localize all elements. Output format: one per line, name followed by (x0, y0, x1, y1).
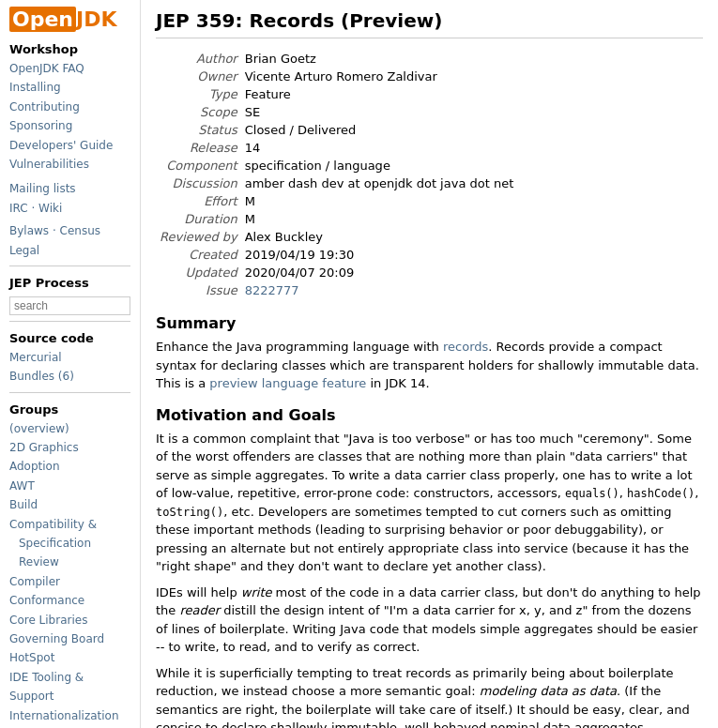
sidebar-link-mercurial[interactable]: Mercurial (9, 348, 130, 367)
meta-value-type: Feature (241, 85, 518, 103)
meta-label-owner: Owner (156, 68, 241, 85)
code-tostring: toString() (156, 506, 223, 519)
sidebar-link-build[interactable]: Build (9, 495, 130, 514)
meta-row-owner: Owner Vicente Arturo Romero Zaldivar (156, 68, 517, 85)
motivation-paragraph2: IDEs will help write most of the code in… (156, 584, 703, 657)
meta-row-issue: Issue 8222777 (156, 281, 517, 299)
meta-row-scope: Scope SE (156, 103, 517, 121)
motivation-title: Motivation and Goals (156, 406, 703, 424)
meta-value-owner: Vicente Arturo Romero Zaldivar (241, 68, 518, 85)
sidebar: OpenJDK Workshop OpenJDK FAQ Installing … (0, 0, 141, 728)
jep-process-title: JEP Process (9, 276, 130, 290)
meta-value-component: specification / language (241, 157, 518, 174)
meta-value-author: Brian Goetz (241, 50, 518, 68)
page-title: JEP 359: Records (Preview) (156, 9, 703, 38)
meta-label-status: Status (156, 121, 241, 139)
divider-2 (9, 321, 130, 322)
meta-label-discussion: Discussion (156, 174, 241, 192)
meta-row-component: Component specification / language (156, 157, 517, 174)
sidebar-link-core-libraries[interactable]: Core Libraries (9, 611, 130, 629)
meta-value-effort: M (241, 192, 518, 210)
meta-value-status: Closed / Delivered (241, 121, 518, 139)
meta-label-author: Author (156, 50, 241, 68)
sidebar-link-sponsoring[interactable]: Sponsoring (9, 116, 130, 135)
logo: OpenJDK (9, 8, 130, 31)
sidebar-link-conformance[interactable]: Conformance (9, 591, 130, 610)
meta-value-reviewed: Alex Buckley (241, 228, 518, 246)
sidebar-link-adoption[interactable]: Adoption (9, 457, 130, 476)
meta-row-discussion: Discussion amber dash dev at openjdk dot… (156, 174, 517, 192)
sidebar-link-awt[interactable]: AWT (9, 477, 130, 495)
sidebar-link-hotspot[interactable]: HotSpot (9, 648, 130, 667)
summary-text3: in JDK 14. (366, 376, 429, 390)
meta-value-scope: SE (241, 103, 518, 121)
sidebar-link-installing[interactable]: Installing (9, 78, 130, 97)
main-content: JEP 359: Records (Preview) Author Brian … (141, 0, 718, 728)
sidebar-link-mailinglists[interactable]: Mailing lists (9, 179, 130, 198)
meta-label-effort: Effort (156, 192, 241, 210)
sidebar-link-groups-overview[interactable]: (overview) (9, 419, 130, 438)
meta-value-release: 14 (241, 139, 518, 157)
search-input[interactable] (9, 296, 130, 315)
sidebar-link-ide-tooling[interactable]: IDE Tooling & Support (9, 668, 130, 706)
issue-link[interactable]: 8222777 (245, 283, 299, 297)
summary-text1: Enhance the Java programming language wi… (156, 340, 443, 354)
modeling-data-emphasis: modeling data as data (480, 684, 617, 698)
logo-open: Open (9, 7, 76, 32)
code-hashcode: hashCode() (627, 487, 695, 500)
meta-row-reviewed: Reviewed by Alex Buckley (156, 228, 517, 246)
sidebar-link-faq[interactable]: OpenJDK FAQ (9, 59, 130, 78)
write-emphasis: write (241, 585, 272, 599)
meta-row-release: Release 14 (156, 139, 517, 157)
meta-row-updated: Updated 2020/04/07 20:09 (156, 264, 517, 281)
sidebar-link-irc-wiki[interactable]: IRC · Wiki (9, 199, 130, 218)
sidebar-link-compiler[interactable]: Compiler (9, 572, 130, 591)
sidebar-link-bundles[interactable]: Bundles (6) (9, 367, 130, 386)
sidebar-link-devguide[interactable]: Developers' Guide (9, 136, 130, 155)
meta-value-created: 2019/04/19 19:30 (241, 246, 518, 264)
meta-value-duration: M (241, 210, 518, 228)
sidebar-link-i18n[interactable]: Internationalization (9, 706, 130, 725)
divider-3 (9, 392, 130, 393)
divider-1 (9, 265, 130, 266)
meta-value-discussion: amber dash dev at openjdk dot java dot n… (241, 174, 518, 192)
sidebar-link-governing-board[interactable]: Governing Board (9, 629, 130, 648)
reader-emphasis: reader (179, 603, 220, 617)
meta-label-type: Type (156, 85, 241, 103)
source-code-title: Source code (9, 331, 130, 345)
sidebar-link-legal[interactable]: Legal (9, 241, 130, 260)
sidebar-link-bylaws[interactable]: Bylaws · Census (9, 221, 130, 240)
workshop-section-title: Workshop (9, 42, 130, 56)
meta-label-issue: Issue (156, 281, 241, 299)
motivation-paragraph1: It is a common complaint that "Java is t… (156, 430, 703, 576)
sidebar-link-vulnerabilities[interactable]: Vulnerabilities (9, 155, 130, 174)
meta-value-updated: 2020/04/07 20:09 (241, 264, 518, 281)
meta-label-scope: Scope (156, 103, 241, 121)
meta-row-author: Author Brian Goetz (156, 50, 517, 68)
meta-row-type: Type Feature (156, 85, 517, 103)
meta-label-updated: Updated (156, 264, 241, 281)
meta-label-created: Created (156, 246, 241, 264)
sidebar-link-compatibility[interactable]: Compatibility & (9, 515, 130, 534)
sidebar-link-review[interactable]: Review (9, 553, 130, 571)
records-link[interactable]: records (443, 340, 488, 354)
meta-row-created: Created 2019/04/19 19:30 (156, 246, 517, 264)
meta-row-duration: Duration M (156, 210, 517, 228)
meta-label-component: Component (156, 157, 241, 174)
meta-row-effort: Effort M (156, 192, 517, 210)
preview-feature-link[interactable]: preview language feature (209, 376, 366, 390)
sidebar-link-2d-graphics[interactable]: 2D Graphics (9, 438, 130, 457)
meta-value-issue: 8222777 (241, 281, 518, 299)
code-equals: equals() (565, 487, 619, 500)
summary-paragraph: Enhance the Java programming language wi… (156, 338, 703, 393)
meta-label-reviewed: Reviewed by (156, 228, 241, 246)
motivation-paragraph3: While it is superficially tempting to tr… (156, 664, 703, 729)
meta-row-status: Status Closed / Delivered (156, 121, 517, 139)
summary-title: Summary (156, 314, 703, 332)
sidebar-link-specification[interactable]: Specification (9, 534, 130, 553)
logo-jdk: JDK (76, 8, 117, 31)
meta-label-release: Release (156, 139, 241, 157)
sidebar-link-contributing[interactable]: Contributing (9, 98, 130, 116)
groups-title: Groups (9, 402, 130, 417)
meta-label-duration: Duration (156, 210, 241, 228)
